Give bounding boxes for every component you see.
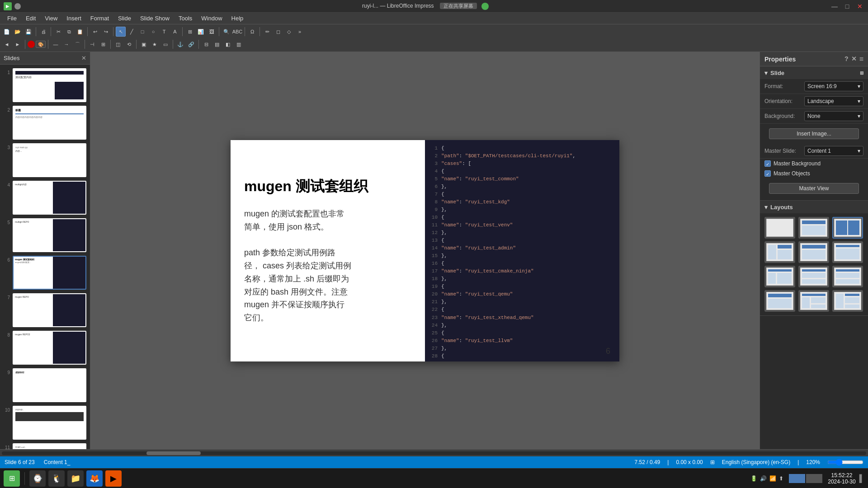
layout-two-column[interactable] bbox=[832, 217, 863, 239]
taskbar-btn-1[interactable]: ⌚ bbox=[29, 470, 46, 487]
taskbar-btn-5[interactable]: ▶ bbox=[105, 470, 122, 487]
print-button[interactable]: 🖨 bbox=[38, 27, 48, 37]
line-tool[interactable]: ╱ bbox=[127, 27, 137, 37]
orientation-dropdown[interactable]: Landscape bbox=[804, 96, 863, 106]
master-background-checkbox[interactable] bbox=[764, 160, 771, 167]
taskbar-btn-3[interactable]: 📁 bbox=[67, 470, 84, 487]
redo-button[interactable]: ↪ bbox=[101, 27, 111, 37]
layout-5[interactable] bbox=[798, 241, 829, 263]
shadow-btn[interactable]: ◫ bbox=[113, 39, 123, 49]
paste-button[interactable]: 📋 bbox=[75, 27, 85, 37]
properties-more[interactable]: ≡ bbox=[859, 55, 863, 63]
spell-check[interactable]: ABC bbox=[232, 27, 242, 37]
slide-thumb-8[interactable]: 8 mugen REPO2 bbox=[4, 331, 86, 365]
tray-icon-4[interactable]: ⬆ bbox=[779, 475, 783, 482]
slide-thumb-11[interactable]: 11 RCAR conf... bbox=[4, 443, 86, 449]
slide-thumb-5[interactable]: 5 multigit REPO bbox=[4, 218, 86, 252]
menu-tools[interactable]: Tools bbox=[174, 14, 197, 23]
draw-btn-2[interactable]: ◻ bbox=[273, 27, 283, 37]
layout-12[interactable] bbox=[832, 290, 863, 312]
slide-img-4[interactable]: multigit内容 bbox=[13, 181, 86, 215]
menu-slide[interactable]: Slide bbox=[113, 14, 136, 23]
indicator-1[interactable] bbox=[789, 474, 805, 483]
transform-btn[interactable]: ⟲ bbox=[124, 39, 134, 49]
slide-img-7[interactable]: mugen REPO bbox=[13, 293, 86, 327]
layout-blank[interactable] bbox=[764, 217, 795, 239]
misc-btn-3[interactable]: ◧ bbox=[223, 39, 233, 49]
align-left[interactable]: ⊣ bbox=[87, 39, 97, 49]
menu-slideshow[interactable]: Slide Show bbox=[136, 14, 174, 23]
hide-tool[interactable]: — bbox=[51, 39, 61, 49]
text-tool[interactable]: T bbox=[159, 27, 169, 37]
open-button[interactable]: 📂 bbox=[13, 27, 23, 37]
scroll-thumb[interactable] bbox=[146, 451, 201, 455]
slide-img-8[interactable]: mugen REPO2 bbox=[13, 331, 86, 365]
minimize-button[interactable]: — bbox=[830, 3, 839, 10]
color-btn[interactable]: 🎨 bbox=[36, 41, 46, 48]
layout-9[interactable] bbox=[832, 266, 863, 287]
misc-btn-1[interactable]: ⊟ bbox=[201, 39, 211, 49]
slide-thumb-10[interactable]: 10 内容内容... bbox=[4, 406, 86, 440]
box-btn[interactable]: ▭ bbox=[160, 39, 170, 49]
taskbar-btn-4[interactable]: 🦊 bbox=[86, 470, 103, 487]
layouts-section-header[interactable]: ▾ Layouts bbox=[760, 201, 868, 213]
more-btn[interactable]: » bbox=[295, 27, 305, 37]
slide-img-9[interactable]: 感谢聆听 bbox=[13, 368, 86, 402]
draw-btn-1[interactable]: ✏ bbox=[262, 27, 272, 37]
slide-thumb-9[interactable]: 9 感谢聆听 bbox=[4, 368, 86, 402]
menu-view[interactable]: View bbox=[40, 14, 62, 23]
selection-tool[interactable]: ↖ bbox=[116, 27, 126, 37]
slide-img-6[interactable]: mugen 测试套组织 mugen的测试配置... bbox=[13, 256, 86, 290]
slide-thumb-1[interactable]: 1 测试配置内容 bbox=[4, 68, 86, 102]
slide-img-5[interactable]: multigit REPO bbox=[13, 218, 86, 252]
draw-btn-3[interactable]: ◇ bbox=[284, 27, 294, 37]
menu-window[interactable]: Window bbox=[197, 14, 226, 23]
fontwork-tool[interactable]: A bbox=[170, 27, 180, 37]
properties-help[interactable]: ? bbox=[844, 55, 849, 63]
layout-10[interactable] bbox=[764, 290, 795, 312]
special-char[interactable]: Ω bbox=[247, 27, 257, 37]
tray-icon-2[interactable]: 🔊 bbox=[760, 475, 767, 482]
start-button[interactable]: ⊞ bbox=[4, 470, 20, 487]
stop-btn[interactable] bbox=[28, 41, 35, 48]
curve-tool[interactable]: ⌒ bbox=[72, 39, 82, 49]
layout-title-bar[interactable] bbox=[798, 217, 829, 239]
menu-format[interactable]: Format bbox=[86, 14, 113, 23]
insert-chart[interactable]: 📊 bbox=[196, 27, 206, 37]
slide-thumb-2[interactable]: 2 标题 内容内容内容内容内容内容 bbox=[4, 106, 86, 140]
layout-11[interactable] bbox=[798, 290, 829, 312]
rect-tool[interactable]: □ bbox=[137, 27, 147, 37]
group-btn[interactable]: ⊞ bbox=[98, 39, 108, 49]
slide-thumb-7[interactable]: 7 mugen REPO bbox=[4, 293, 86, 327]
slide-thumb-6[interactable]: 6 mugen 测试套组织 mugen的测试配置... bbox=[4, 256, 86, 290]
anchor-btn[interactable]: ⚓ bbox=[175, 39, 185, 49]
new-button[interactable]: 📄 bbox=[2, 27, 12, 37]
master-objects-checkbox[interactable] bbox=[764, 170, 771, 177]
link-btn[interactable]: 🔗 bbox=[186, 39, 196, 49]
menu-insert[interactable]: Insert bbox=[62, 14, 86, 23]
slide-img-10[interactable]: 内容内容... bbox=[13, 406, 86, 440]
next-slide[interactable]: ► bbox=[13, 39, 23, 49]
insert-image[interactable]: 🖼 bbox=[207, 27, 217, 37]
copy-button[interactable]: ⧉ bbox=[64, 27, 74, 37]
slide-img-1[interactable]: 测试配置内容 bbox=[13, 68, 86, 102]
show-desktop[interactable]: ▌ bbox=[859, 474, 864, 483]
prev-slide[interactable]: ◄ bbox=[2, 39, 12, 49]
insert-image-button[interactable]: Insert Image... bbox=[769, 128, 859, 139]
indicator-2[interactable] bbox=[806, 474, 822, 483]
layout-7[interactable] bbox=[764, 266, 795, 287]
menu-edit[interactable]: Edit bbox=[21, 14, 40, 23]
slides-panel-close[interactable]: ✕ bbox=[81, 55, 86, 61]
insert-table[interactable]: ⊞ bbox=[185, 27, 195, 37]
master-slide-dropdown[interactable]: Content 1 bbox=[804, 146, 863, 156]
window-control-1[interactable] bbox=[14, 3, 21, 9]
menu-file[interactable]: File bbox=[3, 14, 21, 23]
slide-img-11[interactable]: RCAR conf... bbox=[13, 443, 86, 449]
zoom-out[interactable]: 🔍 bbox=[222, 27, 231, 37]
cut-button[interactable]: ✂ bbox=[53, 27, 63, 37]
slide-img-3[interactable]: ruyi main.py 内容... bbox=[13, 143, 86, 177]
format-dropdown[interactable]: Screen 16:9 bbox=[804, 81, 863, 91]
properties-close[interactable]: ✕ bbox=[851, 55, 857, 63]
3d-btn[interactable]: ▣ bbox=[139, 39, 149, 49]
master-view-button[interactable]: Master View bbox=[769, 183, 859, 194]
